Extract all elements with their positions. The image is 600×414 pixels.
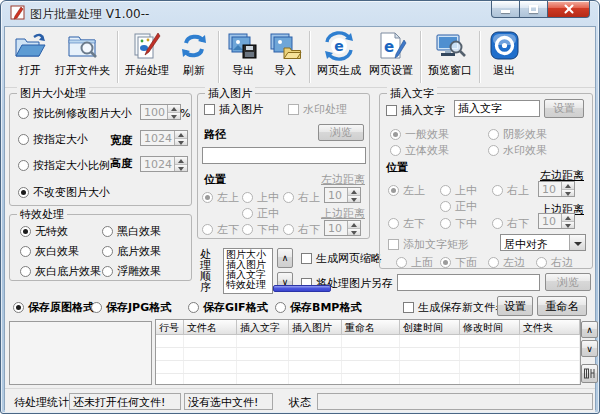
format-bmp[interactable]: 保存BMP格式 <box>275 300 361 315</box>
height-spinner[interactable]: 1024 <box>140 156 188 172</box>
format-original[interactable]: 保存原图格式 <box>13 300 94 315</box>
col-filename[interactable]: 文件名 <box>184 320 237 334</box>
text-pos-bottom-right[interactable]: 右下 <box>492 216 529 231</box>
preview-button[interactable]: 预览窗口 <box>424 29 476 78</box>
pos-top-right[interactable]: 右上 <box>283 190 320 205</box>
import-button[interactable]: 导入 <box>264 29 306 78</box>
web-generate-button[interactable]: e 网页生成 <box>313 29 365 78</box>
thumbnail-checkbox[interactable]: 生成网页缩略 <box>301 251 382 266</box>
order-item[interactable]: 特效处理 <box>226 280 270 290</box>
start-process-button[interactable]: 开始处理 <box>121 29 173 78</box>
spinner-arrows[interactable] <box>174 157 187 171</box>
radio-effect-none[interactable]: 无特效 <box>20 224 68 239</box>
save-as-browse-button[interactable]: 浏览 <box>545 273 591 291</box>
radio-no-change[interactable]: 不改变图片大小 <box>18 185 110 200</box>
effect-shadow[interactable]: 阴影效果 <box>488 127 547 142</box>
radio-scale[interactable]: 按比例修改图片大小 <box>18 106 132 121</box>
image-browse-button[interactable]: 浏览 <box>318 124 364 141</box>
col-insert-text[interactable]: 插入文字 <box>237 320 289 334</box>
col-created[interactable]: 创建时间 <box>400 320 460 334</box>
text-pos-bottom-left[interactable]: 左下 <box>388 216 425 231</box>
web-settings-button[interactable]: e 网页设置 <box>365 29 417 78</box>
insert-image-checkbox[interactable]: 插入图片 <box>204 102 263 117</box>
text-rect-checkbox[interactable]: 添加文字矩形 <box>388 237 469 252</box>
chevron-down-icon[interactable] <box>569 235 585 250</box>
col-insert-image[interactable]: 插入图片 <box>289 320 342 334</box>
rename-button[interactable]: 重命名 <box>537 296 587 316</box>
exit-button[interactable]: 退出 <box>483 29 525 78</box>
effect-3d[interactable]: 立体效果 <box>390 143 449 158</box>
text-pos-top-center[interactable]: 上中 <box>440 183 477 198</box>
radio-label: 左下 <box>403 216 425 231</box>
width-spinner[interactable]: 1024 <box>140 130 188 146</box>
effect-normal[interactable]: 一般效果 <box>390 127 449 142</box>
maximize-button[interactable] <box>520 1 547 18</box>
pos-top-left[interactable]: 左上 <box>202 190 239 205</box>
rect-pos-left[interactable]: 左边 <box>488 255 525 270</box>
text-pos-top-right[interactable]: 右上 <box>492 183 529 198</box>
image-left-distance-spinner[interactable]: 10 <box>324 187 361 203</box>
text-settings-button[interactable]: 设置 <box>544 99 584 118</box>
spinner-arrows[interactable] <box>561 214 574 228</box>
col-rename[interactable]: 重命名 <box>342 320 400 334</box>
radio-effect-emboss[interactable]: 浮雕效果 <box>102 264 161 279</box>
radio-effect-gray-negative[interactable]: 灰白底片效果 <box>20 264 101 279</box>
export-button[interactable]: 导出 <box>222 29 264 78</box>
radio-effect-gray[interactable]: 灰白效果 <box>20 244 79 259</box>
spinner-arrows[interactable] <box>561 182 574 196</box>
new-filename-checkbox[interactable]: 生成保存新文件名 <box>403 300 506 315</box>
pos-center[interactable]: 正中 <box>242 206 279 221</box>
pos-bottom-center[interactable]: 下中 <box>242 222 279 237</box>
rect-pos-right[interactable]: 右边 <box>536 255 573 270</box>
order-listbox[interactable]: 图片大小 插入图片 插入文字 特效处理 <box>223 248 273 294</box>
image-top-distance-spinner[interactable]: 10 <box>324 220 361 236</box>
table-down-button[interactable]: ∨ <box>581 340 598 357</box>
rect-pos-bottom[interactable]: 下面 <box>440 255 477 270</box>
spinner-arrows[interactable] <box>347 188 360 202</box>
insert-text-input[interactable] <box>454 100 540 117</box>
table-delete-button[interactable] <box>581 364 598 383</box>
effect-watermark[interactable]: 水印效果 <box>488 143 547 158</box>
pos-top-center[interactable]: 上中 <box>242 190 279 205</box>
col-modified[interactable]: 修改时间 <box>460 320 520 334</box>
col-folder[interactable]: 文件夹 <box>520 320 580 334</box>
format-jpg[interactable]: 保存JPG格式 <box>91 300 171 315</box>
close-button[interactable] <box>547 1 590 18</box>
spinner-arrows[interactable] <box>167 105 180 119</box>
pos-bottom-left[interactable]: 左下 <box>202 222 239 237</box>
image-path-input[interactable] <box>202 147 366 164</box>
radio-label: 右下 <box>507 216 529 231</box>
text-pos-bottom-center[interactable]: 下中 <box>440 216 477 231</box>
scale-spinner[interactable]: 100 <box>140 104 181 120</box>
minimize-button[interactable] <box>491 1 520 18</box>
table-row[interactable] <box>156 348 580 361</box>
watermark-checkbox[interactable]: 水印处理 <box>288 102 347 117</box>
text-left-distance-spinner[interactable]: 10 <box>538 181 575 197</box>
text-top-distance-spinner[interactable]: 10 <box>538 213 575 229</box>
table-up-button[interactable]: ∧ <box>581 321 598 338</box>
spinner-arrows[interactable] <box>347 221 360 235</box>
radio-label: 浮雕效果 <box>117 264 161 279</box>
radio-fixed-size[interactable]: 按指定大小 <box>18 132 88 147</box>
format-gif[interactable]: 保存GIF格式 <box>188 300 268 315</box>
insert-text-checkbox[interactable]: 插入文字 <box>386 103 445 118</box>
text-pos-top-left[interactable]: 左上 <box>388 183 425 198</box>
table-row[interactable] <box>156 361 580 374</box>
refresh-button[interactable]: 刷新 <box>173 29 215 78</box>
open-button[interactable]: 打开 <box>9 29 51 78</box>
radio-effect-negative[interactable]: 底片效果 <box>102 244 161 259</box>
spinner-arrows[interactable] <box>174 131 187 145</box>
radio-effect-bw[interactable]: 黑白效果 <box>102 224 161 239</box>
open-folder-button[interactable]: 打开文件夹 <box>51 29 114 78</box>
save-as-path-input[interactable] <box>397 274 540 291</box>
format-settings-button[interactable]: 设置 <box>497 296 533 316</box>
order-up-button[interactable]: ∧ <box>277 248 293 268</box>
rect-pos-top[interactable]: 上面 <box>396 255 433 270</box>
table-row[interactable] <box>156 335 580 348</box>
pos-bottom-right[interactable]: 右下 <box>283 222 320 237</box>
text-pos-center[interactable]: 正中 <box>440 199 477 214</box>
radio-fixed-ratio[interactable]: 按指定大小比例 <box>18 158 110 173</box>
align-dropdown[interactable]: 居中对齐 <box>500 234 586 251</box>
col-row-number[interactable]: 行号 <box>156 320 184 334</box>
table-row[interactable] <box>156 374 580 385</box>
